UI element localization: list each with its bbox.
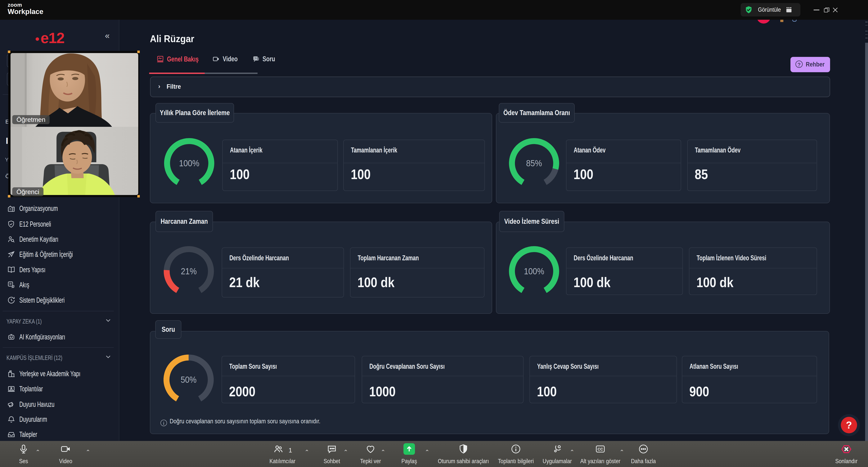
svg-text:CC: CC	[598, 447, 603, 451]
svg-text:?!: ?!	[254, 57, 257, 60]
